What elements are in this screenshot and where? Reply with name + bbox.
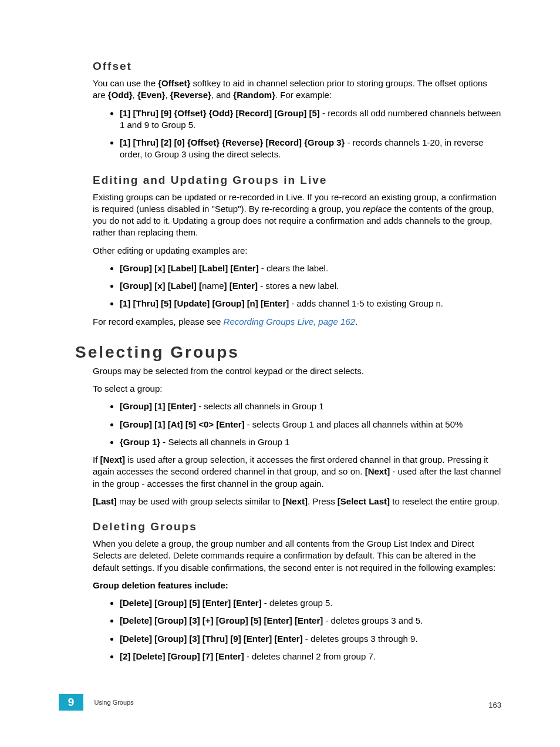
text: - deletes groups 3 and 5. bbox=[323, 615, 423, 625]
key-next: [Next] bbox=[365, 466, 390, 476]
bullet-list: [Delete] [Group] [5] [Enter] [Enter] - d… bbox=[93, 597, 501, 662]
paragraph: For record examples, please see Recordin… bbox=[93, 316, 501, 328]
paragraph: You can use the {Offset} softkey to aid … bbox=[93, 78, 501, 102]
command-syntax: [2] [Delete] [Group] [7] [Enter] bbox=[120, 651, 244, 661]
softkey-even: {Even} bbox=[137, 90, 166, 100]
command-syntax: [Group] [x] [Label] [Label] [Enter] bbox=[120, 263, 259, 273]
bullet-list: [1] [Thru] [9] {Offset} {Odd} [Record] [… bbox=[93, 107, 501, 161]
text: . Press bbox=[308, 496, 338, 506]
text: - deletes group 5. bbox=[262, 598, 333, 608]
content-column: Offset You can use the {Offset} softkey … bbox=[59, 60, 501, 662]
bullet-list: [Group] [1] [Enter] - selects all channe… bbox=[93, 401, 501, 448]
paragraph: To select a group: bbox=[93, 383, 501, 395]
command-syntax: [1] [Thru] [9] {Offset} {Odd} [Record] [… bbox=[120, 108, 320, 118]
bullet-list: [Group] [x] [Label] [Label] [Enter] - cl… bbox=[93, 263, 501, 310]
text: may be used with group selects similar t… bbox=[117, 496, 283, 506]
list-item: [Group] [1] [Enter] - selects all channe… bbox=[120, 401, 501, 412]
text: - clears the label. bbox=[259, 263, 328, 273]
text: If bbox=[93, 455, 100, 465]
list-item: [Group] [1] [At] [5] <0> [Enter] - selec… bbox=[120, 419, 501, 430]
list-item: [Group] [x] [Label] [name] [Enter] - sto… bbox=[120, 280, 501, 292]
heading-selecting-groups: Selecting Groups bbox=[75, 343, 501, 362]
text: You can use the bbox=[93, 78, 158, 88]
text: name bbox=[202, 281, 224, 291]
page-number: 163 bbox=[488, 701, 501, 709]
paragraph: Groups may be selected from the control … bbox=[93, 365, 501, 377]
text: For record examples, please see bbox=[93, 317, 224, 327]
footer-chapter-title: Using Groups bbox=[94, 699, 133, 706]
cross-reference-link[interactable]: Recording Groups Live, page 162 bbox=[224, 317, 355, 327]
document-page: Offset You can use the {Offset} softkey … bbox=[0, 0, 560, 747]
paragraph: If [Next] is used after a group selectio… bbox=[93, 454, 501, 490]
text: - deletes channel 2 from group 7. bbox=[244, 651, 376, 661]
text: - selects Group 1 and places all channel… bbox=[245, 419, 463, 429]
key-next: [Next] bbox=[282, 496, 308, 506]
heading-editing-updating: Editing and Updating Groups in Live bbox=[93, 174, 501, 187]
command-syntax: ] [Enter] bbox=[224, 281, 258, 291]
key-select-last: [Select Last] bbox=[338, 496, 390, 506]
text: , bbox=[165, 90, 170, 100]
text: - stores a new label. bbox=[258, 281, 339, 291]
list-item: [1] [Thru] [2] [0] {Offset} {Reverse} [R… bbox=[120, 137, 501, 161]
text: - adds channel 1-5 to existing Group n. bbox=[289, 298, 443, 308]
list-item: [1] [Thru] [5] [Update] [Group] [n] [Ent… bbox=[120, 298, 501, 309]
command-syntax: [Delete] [Group] [5] [Enter] [Enter] bbox=[120, 598, 262, 608]
text: - deletes groups 3 through 9. bbox=[303, 634, 418, 644]
key-next: [Next] bbox=[100, 455, 126, 465]
command-syntax: [Group] [1] [At] [5] <0> [Enter] bbox=[120, 419, 245, 429]
chapter-number-box: 9 bbox=[59, 694, 83, 711]
command-syntax: {Group 1} bbox=[120, 437, 160, 447]
list-item: [Delete] [Group] [3] [Thru] [9] [Enter] … bbox=[120, 633, 501, 645]
command-syntax: [Group] [x] [Label] [ bbox=[120, 281, 202, 291]
list-item: [Delete] [Group] [3] [+] [Group] [5] [En… bbox=[120, 615, 501, 627]
command-syntax: [Delete] [Group] [3] [+] [Group] [5] [En… bbox=[120, 615, 323, 625]
page-footer: 9 Using Groups 163 bbox=[59, 694, 501, 712]
command-syntax: [Group] [1] [Enter] bbox=[120, 401, 196, 411]
command-syntax: [1] [Thru] [5] [Update] [Group] [n] [Ent… bbox=[120, 298, 289, 308]
text: to reselect the entire group. bbox=[390, 496, 500, 506]
list-item: [1] [Thru] [9] {Offset} {Odd} [Record] [… bbox=[120, 107, 501, 132]
key-last: [Last] bbox=[93, 496, 117, 506]
list-item: [Delete] [Group] [5] [Enter] [Enter] - d… bbox=[120, 597, 501, 609]
softkey-offset: {Offset} bbox=[158, 78, 190, 88]
heading-deleting-groups: Deleting Groups bbox=[93, 520, 501, 533]
command-syntax: [Delete] [Group] [3] [Thru] [9] [Enter] … bbox=[120, 634, 303, 644]
paragraph: Other editing or updating examples are: bbox=[93, 245, 501, 257]
emphasis: replace bbox=[363, 204, 392, 214]
text: , bbox=[133, 90, 137, 100]
text: , and bbox=[211, 90, 234, 100]
text: . For example: bbox=[275, 90, 332, 100]
list-item: [Group] [x] [Label] [Label] [Enter] - cl… bbox=[120, 263, 501, 274]
paragraph: [Last] may be used with group selects si… bbox=[93, 496, 501, 507]
softkey-reverse: {Reverse} bbox=[170, 90, 211, 100]
heading-offset: Offset bbox=[93, 60, 501, 73]
text: - selects all channels in Group 1 bbox=[196, 401, 324, 411]
list-item: [2] [Delete] [Group] [7] [Enter] - delet… bbox=[120, 651, 501, 662]
softkey-odd: {Odd} bbox=[108, 90, 133, 100]
text: . bbox=[355, 317, 357, 327]
paragraph: When you delete a group, the group numbe… bbox=[93, 538, 501, 574]
paragraph: Existing groups can be updated or re-rec… bbox=[93, 191, 501, 239]
text: - Selects all channels in Group 1 bbox=[160, 437, 289, 447]
command-syntax: [1] [Thru] [2] [0] {Offset} {Reverse} [R… bbox=[120, 137, 345, 147]
list-item: {Group 1} - Selects all channels in Grou… bbox=[120, 436, 501, 448]
paragraph-bold: Group deletion features include: bbox=[93, 580, 501, 591]
softkey-random: {Random} bbox=[233, 90, 275, 100]
